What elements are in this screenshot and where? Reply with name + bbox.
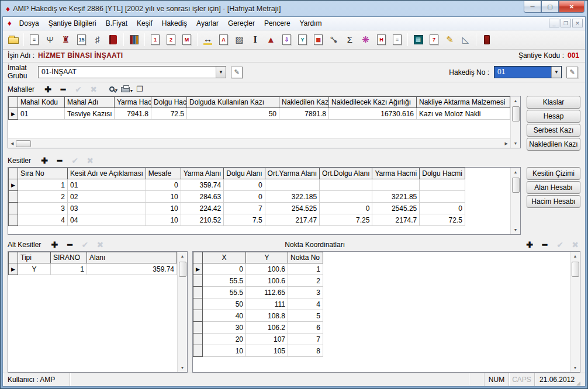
grid-cell[interactable]: 1 — [51, 263, 87, 275]
grid-cell[interactable]: 217.47 — [265, 214, 319, 226]
alt-kesitler-vertical-scrollbar[interactable]: ▲ ▼ — [177, 252, 187, 372]
table-row[interactable]: ▶Y1359.74 — [9, 263, 177, 275]
grid-cell[interactable]: 72.5 — [151, 108, 187, 120]
doc-h-icon[interactable]: H — [373, 32, 389, 47]
scroll-down-icon[interactable]: ▼ — [572, 363, 579, 372]
grid-cell[interactable]: 10 — [146, 203, 181, 214]
column-header[interactable]: X — [203, 252, 246, 263]
grid-cell[interactable]: 1 — [288, 263, 323, 275]
column-header[interactable]: Nakledilen Kazı — [279, 97, 329, 108]
menu-item[interactable]: Pencere — [260, 18, 295, 29]
grid-cell[interactable]: 30 — [203, 322, 246, 334]
grid-cell[interactable]: 1 — [18, 179, 68, 191]
column-header[interactable]: Nakledilecek Kazı Ağırlığı — [329, 97, 417, 108]
scroll-up-icon[interactable]: ▲ — [179, 252, 186, 261]
delete-row-button[interactable]: ━ — [64, 240, 75, 249]
grid-cell[interactable]: 4 — [288, 298, 323, 310]
scrollbar-thumb[interactable] — [572, 262, 579, 277]
side-button[interactable]: Hacim Hesabı — [527, 195, 580, 208]
side-button[interactable]: Serbest Kazı — [527, 124, 580, 137]
column-header[interactable]: Ort.Dolgu Alanı — [320, 168, 372, 179]
combo-dropdown-icon[interactable]: ▼ — [551, 67, 561, 78]
table-row[interactable]: 30310224.427254.52502545.250 — [9, 203, 465, 214]
table-row[interactable]: 30106.26 — [193, 322, 323, 334]
column-header[interactable]: Nokta No — [288, 252, 323, 263]
imalat-grubu-combobox[interactable]: 01-İNŞAAT ▼ — [38, 66, 226, 78]
column-header[interactable]: Dolgu Hacmi — [420, 168, 465, 179]
mahaller-horizontal-scrollbar[interactable]: ◀ ▶ — [8, 138, 510, 148]
grid-cell[interactable] — [320, 179, 372, 191]
grid-cell[interactable]: 04 — [68, 214, 146, 226]
table-row[interactable]: 501114 — [193, 298, 323, 310]
grid-cell[interactable]: 5 — [288, 310, 323, 322]
grid-cell[interactable]: 10 — [203, 345, 246, 357]
width-measure-icon[interactable]: ↔ — [200, 32, 216, 47]
mdi-minimize-button[interactable]: _ — [549, 19, 559, 27]
book-icon[interactable] — [105, 32, 121, 47]
doc-1-icon[interactable]: 1 — [147, 32, 163, 47]
column-header[interactable]: Nakliye Aktarma Malzemesi — [417, 97, 510, 108]
column-header[interactable]: Ort.Yarma Alanı — [265, 168, 319, 179]
scroll-up-icon[interactable]: ▲ — [513, 168, 519, 176]
print-button[interactable]: ▾ — [121, 85, 133, 94]
doc-plain-icon[interactable]: ≡ — [389, 32, 405, 47]
mdi-restore-button[interactable]: ❐ — [561, 19, 571, 27]
scroll-left-icon[interactable]: ◀ — [9, 139, 15, 148]
scrollbar-thumb[interactable] — [179, 262, 186, 277]
grid-cell[interactable]: 284.63 — [181, 191, 223, 203]
scrollbar-thumb[interactable] — [16, 140, 31, 147]
grid-cell[interactable]: 7941.8 — [115, 108, 151, 120]
side-button[interactable]: Kesitin Çizimi — [527, 167, 580, 180]
grid-cell[interactable]: 108.8 — [246, 310, 288, 322]
scroll-down-icon[interactable]: ▼ — [513, 225, 519, 234]
open-file-icon[interactable] — [5, 32, 21, 47]
grid-cell[interactable]: 8 — [288, 345, 323, 357]
column-header[interactable]: Dolgu Alanı — [224, 168, 265, 179]
grid-cell[interactable]: 111 — [246, 298, 288, 310]
menu-item[interactable]: Gereçler — [223, 18, 260, 29]
grid-cell[interactable]: 105 — [246, 345, 288, 357]
magic-colors-icon[interactable]: ❋ — [358, 32, 373, 47]
delete-point-button[interactable]: ━ — [539, 240, 550, 249]
imalat-properties-icon[interactable]: ✎ — [231, 67, 243, 78]
grid-cell[interactable]: 3221.85 — [372, 191, 420, 203]
minimize-button[interactable]: ─ — [524, 1, 541, 13]
column-header[interactable]: Yarma Hacmi — [115, 97, 151, 108]
grid-cell[interactable]: 107 — [246, 334, 288, 345]
grid-cell[interactable]: 55.5 — [203, 275, 246, 287]
table-row[interactable]: 101058 — [193, 345, 323, 357]
hakedis-properties-icon[interactable]: ✎ — [566, 67, 578, 78]
menu-item[interactable]: Hakediş — [157, 18, 192, 29]
grid-cell[interactable]: 0 — [224, 179, 265, 191]
grid-cell[interactable]: 50 — [187, 108, 279, 120]
price-15-icon[interactable]: 15 — [74, 32, 89, 47]
grid-cell[interactable]: 0 — [320, 203, 372, 214]
doc-2-icon[interactable]: 2 — [163, 32, 179, 47]
grid-cell[interactable]: 4 — [18, 214, 68, 226]
pen-icon[interactable]: ✎ — [442, 32, 458, 47]
add-row-button[interactable]: ✚ — [39, 156, 50, 165]
grid-cell[interactable]: 7 — [224, 203, 265, 214]
grid-cell[interactable]: 20 — [203, 334, 246, 345]
mahaller-vertical-scrollbar[interactable]: ▲ ▼ — [510, 96, 520, 148]
grid-cell[interactable]: Y — [18, 263, 51, 275]
drill-icon[interactable]: ▨ — [231, 32, 247, 47]
table-row[interactable]: 40410210.527.5217.477.252174.772.5 — [9, 214, 465, 226]
grid-cell[interactable]: 0 — [203, 263, 246, 275]
books-icon[interactable] — [126, 32, 142, 47]
column-header[interactable]: SIRANO — [51, 252, 87, 263]
table-row[interactable]: 55.5112.653 — [193, 287, 323, 298]
doc-m-icon[interactable]: M — [179, 32, 195, 47]
add-point-button[interactable]: ✚ — [524, 240, 535, 249]
column-header[interactable]: Yarma Hacmi — [372, 168, 420, 179]
mdi-close-button[interactable]: ✕ — [572, 19, 583, 27]
column-header[interactable]: Mahal Kodu — [18, 97, 65, 108]
table-row[interactable]: 20210284.630322.1853221.85 — [9, 191, 465, 203]
maximize-button[interactable]: ▢ — [541, 1, 559, 13]
add-row-button[interactable]: ✚ — [49, 240, 60, 249]
column-header[interactable]: Alanı — [87, 252, 177, 263]
grid-cell[interactable]: 03 — [68, 203, 146, 214]
grid-cell[interactable]: 359.74 — [87, 263, 177, 275]
hakedis-no-combobox[interactable]: 01 ▼ — [494, 66, 562, 78]
grid-cell[interactable]: 0 — [420, 203, 465, 214]
